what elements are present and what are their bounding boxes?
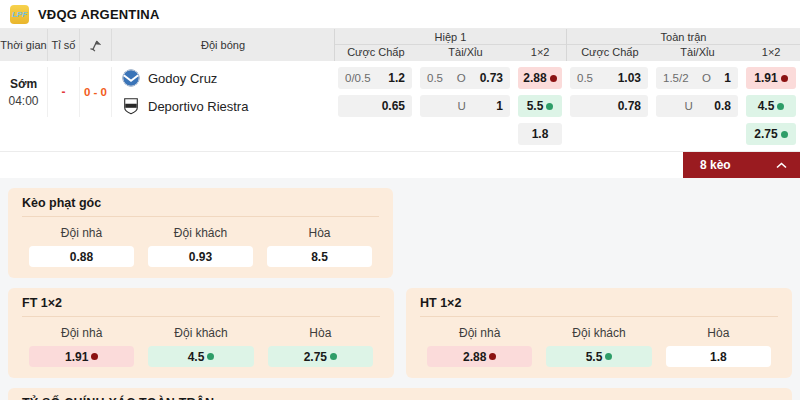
h1-over-side: O: [457, 72, 466, 84]
trend-up-dot-icon: [546, 103, 553, 110]
home-team-name: Godoy Cruz: [148, 71, 217, 86]
h1-overunder-column: 0.5 O 0.73 U 1: [416, 67, 514, 151]
h1-1x2-home-cell[interactable]: 2.88: [518, 67, 562, 89]
h1-1x2-draw-odds: 1.8: [532, 127, 549, 141]
ft-over-side: O: [702, 72, 711, 84]
more-odds-button[interactable]: 8 kèo: [683, 152, 800, 178]
corner-away-value: 0.93: [189, 250, 212, 264]
chevron-up-icon: [776, 162, 787, 169]
ft-over-cell[interactable]: 1.5/2 O 1: [656, 67, 738, 89]
ft-draw-odds[interactable]: 2.75: [268, 346, 373, 367]
col-header-score: Tỉ số: [48, 29, 80, 61]
ht-away-value: 5.5: [586, 350, 603, 364]
ft-over-odds: 1: [724, 71, 731, 85]
team-row-away[interactable]: Deportivo Riestra: [122, 95, 334, 117]
ft-under-cell[interactable]: U 0.8: [656, 95, 738, 117]
trend-up-dot-icon: [605, 353, 612, 360]
ft-away-odds[interactable]: 4.5: [148, 346, 253, 367]
h1-1x2-away-cell[interactable]: 5.5: [518, 95, 562, 117]
ft-handicap-home-odds: 1.03: [618, 71, 641, 85]
h1-under-cell[interactable]: U 1: [420, 95, 510, 117]
ft-1x2-draw-cell[interactable]: 2.75: [746, 123, 796, 145]
ft-draw-value: 2.75: [304, 350, 327, 364]
h1-under-side: U: [458, 100, 466, 112]
corner-draw-odds[interactable]: 8.5: [267, 246, 372, 267]
ft-1x2-away-odds: 4.5: [758, 99, 775, 113]
subheader-ft-1x2: 1×2: [742, 45, 800, 61]
league-header: LPF VĐQG ARGENTINA: [0, 0, 800, 29]
ft-1x2-home-cell[interactable]: 1.91: [746, 67, 796, 89]
group-label-full-time: Toàn trận: [567, 29, 800, 45]
ht-1x2-section: HT 1×2 Đội nhà 2.88 Đội khách 5.5: [406, 288, 792, 378]
h1-over-line: 0.5: [427, 72, 443, 84]
trend-down-dot-icon: [781, 75, 788, 82]
h1-1x2-draw-cell[interactable]: 1.8: [518, 123, 562, 145]
corner-odds-title: Kèo phạt góc: [22, 196, 379, 217]
h1-handicap-column: 0/0.5 1.2 0.65: [334, 67, 416, 151]
league-logo-icon: LPF: [10, 5, 29, 24]
extra-markets: Kèo phạt góc Đội nhà 0.88 Đội khách 0.93…: [0, 188, 800, 400]
h1-handicap-home-line: 0/0.5: [345, 72, 371, 84]
ht-away-odds[interactable]: 5.5: [546, 346, 651, 367]
ft-home-col: Đội nhà 1.91: [22, 322, 141, 367]
ft-1x2-home-odds: 1.91: [754, 71, 777, 85]
h1-over-cell[interactable]: 0.5 O 0.73: [420, 67, 510, 89]
trend-up-dot-icon: [777, 103, 784, 110]
ht-1x2-title: HT 1×2: [420, 296, 778, 317]
ft-1x2-title: FT 1×2: [22, 296, 380, 317]
ft-home-value: 1.91: [65, 350, 88, 364]
ft-home-odds[interactable]: 1.91: [29, 346, 134, 367]
match-score-value: -: [62, 85, 66, 99]
ft-handicap-home-cell[interactable]: 0.5 1.03: [570, 67, 648, 89]
corner-away-odds[interactable]: 0.93: [148, 246, 253, 267]
ht-home-header: Đội nhà: [420, 326, 539, 340]
ft-draw-header: Hòa: [261, 326, 380, 340]
match-time: Sớm 04:00: [0, 67, 48, 117]
corner-draw-col: Hòa 8.5: [260, 222, 379, 267]
trend-down-dot-icon: [550, 75, 557, 82]
match-score: -: [48, 67, 80, 117]
ft-1x2-section: FT 1×2 Đội nhà 1.91 Đội khách 4.5: [8, 288, 394, 378]
corner-draw-header: Hòa: [260, 226, 379, 240]
group-header-full-time: Toàn trận Cược Chấp Tài/Xỉu 1×2: [566, 29, 800, 61]
h1-handicap-home-odds: 1.2: [388, 71, 405, 85]
corner-odds-section: Kèo phạt góc Đội nhà 0.88 Đội khách 0.93…: [8, 188, 393, 278]
h1-handicap-home-cell[interactable]: 0/0.5 1.2: [338, 67, 412, 89]
ft-1x2-column: 1.91 4.5 2.75: [742, 67, 800, 151]
ht-home-odds[interactable]: 2.88: [427, 346, 532, 367]
league-title: VĐQG ARGENTINA: [38, 7, 160, 22]
corner-home-header: Đội nhà: [22, 226, 141, 240]
trend-down-dot-icon: [489, 353, 496, 360]
corner-score-value: 0 - 0: [84, 86, 107, 98]
ht-away-header: Đội khách: [539, 326, 658, 340]
col-header-corner: [80, 29, 112, 61]
ft-handicap-column: 0.5 1.03 0.78: [566, 67, 652, 151]
more-odds-row: 8 kèo: [0, 151, 800, 178]
home-team-logo-icon: [122, 69, 140, 87]
ft-under-odds: 0.8: [714, 99, 731, 113]
h1-1x2-column: 2.88 5.5 1.8: [514, 67, 566, 151]
corner-home-value: 0.88: [70, 250, 93, 264]
teams-column: Godoy Cruz Deportivo Riestra: [112, 67, 334, 151]
ht-draw-odds[interactable]: 1.8: [666, 346, 771, 367]
corner-home-odds[interactable]: 0.88: [29, 246, 134, 267]
ht-draw-col: Hòa 1.8: [659, 322, 778, 367]
match-time-label: Sớm: [10, 77, 37, 91]
corner-away-header: Đội khách: [141, 226, 260, 240]
group-label-first-half: Hiệp 1: [335, 29, 566, 45]
subheader-ft-overunder: Tài/Xỉu: [653, 45, 743, 61]
team-row-home[interactable]: Godoy Cruz: [122, 67, 334, 89]
corner-draw-value: 8.5: [311, 250, 328, 264]
ht-home-col: Đội nhà 2.88: [420, 322, 539, 367]
subheader-h1-handicap: Cược Chấp: [335, 45, 417, 61]
h1-1x2-away-odds: 5.5: [527, 99, 544, 113]
ft-1x2-away-cell[interactable]: 4.5: [746, 95, 796, 117]
ft-under-side: U: [685, 100, 693, 112]
ft-handicap-away-cell[interactable]: 0.78: [570, 95, 648, 117]
h1-handicap-away-cell[interactable]: 0.65: [338, 95, 412, 117]
ft-draw-col: Hòa 2.75: [261, 322, 380, 367]
ft-home-header: Đội nhà: [22, 326, 141, 340]
corner-flag-icon: [89, 39, 102, 52]
h1-over-odds: 0.73: [480, 71, 503, 85]
more-odds-label: 8 kèo: [700, 158, 731, 172]
